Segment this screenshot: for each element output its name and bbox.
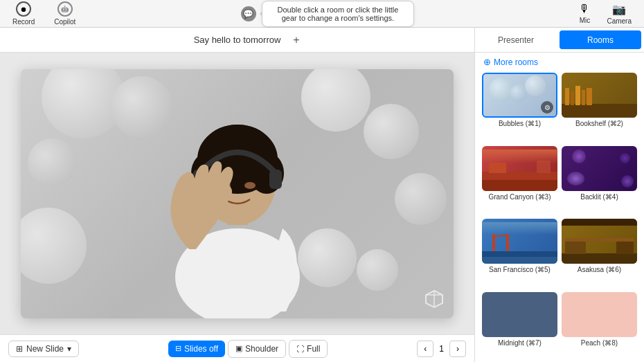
rooms-tab[interactable]: Rooms bbox=[560, 30, 641, 49]
bottom-center: ⊟ Slides off ▣ Shoulder ⛶ Full bbox=[168, 340, 328, 358]
new-slide-button[interactable]: ⊞ New Slide ▾ bbox=[8, 341, 79, 357]
grand-canyon-detail bbox=[482, 146, 557, 191]
toolbar-center: 💬 Double click a room or click the littl… bbox=[91, 1, 564, 27]
san-francisco-label: San Francisco (⌘5) bbox=[482, 266, 557, 276]
title-bar: Say hello to tomorrow + bbox=[0, 28, 474, 53]
slides-off-label: Slides off bbox=[184, 344, 218, 354]
grand-canyon-label: Grand Canyon (⌘3) bbox=[482, 193, 557, 203]
3d-box-icon bbox=[424, 289, 444, 309]
room-item-san-francisco[interactable]: San Francisco (⌘5) bbox=[481, 217, 559, 289]
record-button[interactable]: ⏺ Record bbox=[8, 0, 39, 27]
tooltip-chat-icon: 💬 bbox=[241, 6, 256, 21]
tooltip-wrapper: 💬 Double click a room or click the littl… bbox=[241, 1, 414, 27]
shoulder-label: Shoulder bbox=[245, 344, 278, 354]
svg-rect-10 bbox=[269, 170, 282, 189]
add-slide-button[interactable]: + bbox=[288, 32, 305, 48]
bubble-7 bbox=[395, 173, 447, 225]
gear-icon-bubbles[interactable]: ⚙ bbox=[541, 101, 553, 114]
peach-detail bbox=[562, 292, 637, 337]
room-thumb-bubbles[interactable]: ⚙ bbox=[482, 73, 557, 118]
svg-point-8 bbox=[244, 182, 256, 189]
main-area: Say hello to tomorrow + bbox=[0, 28, 644, 362]
page-number: 1 bbox=[439, 344, 444, 354]
room-item-peach[interactable]: Peach (⌘8) bbox=[560, 291, 638, 363]
bottom-left: ⊞ New Slide ▾ bbox=[8, 341, 79, 357]
more-rooms-button[interactable]: ⊕ More rooms bbox=[475, 53, 644, 71]
peach-label: Peach (⌘8) bbox=[562, 339, 637, 350]
room-thumb-backlit[interactable] bbox=[562, 146, 637, 191]
copilot-icon: 🤖 bbox=[57, 1, 73, 17]
mic-icon: 🎙 bbox=[579, 3, 590, 15]
room-thumb-peach[interactable] bbox=[562, 292, 637, 337]
midnight-label: Midnight (⌘7) bbox=[482, 339, 557, 350]
copilot-label: Copilot bbox=[54, 18, 75, 26]
room-item-midnight[interactable]: Midnight (⌘7) bbox=[481, 291, 559, 363]
more-rooms-label: More rooms bbox=[494, 57, 538, 67]
room-item-bubbles[interactable]: ⚙ Bubbles (⌘1) bbox=[481, 71, 559, 143]
room-thumb-grand-canyon[interactable] bbox=[482, 146, 557, 191]
top-toolbar: ⏺ Record 🤖 Copilot 💬 Double click a room… bbox=[0, 0, 644, 28]
bubbles-label: Bubbles (⌘1) bbox=[482, 120, 557, 130]
room-thumb-asakusa[interactable] bbox=[562, 219, 637, 264]
bubble-3 bbox=[28, 138, 76, 187]
plus-circle-icon: ⊕ bbox=[483, 57, 491, 67]
new-slide-icon: ⊞ bbox=[16, 344, 23, 354]
shoulder-icon: ▣ bbox=[235, 344, 242, 353]
room-thumb-midnight[interactable] bbox=[482, 292, 557, 337]
next-page-button[interactable]: › bbox=[449, 341, 466, 357]
bottom-toolbar: ⊞ New Slide ▾ ⊟ Slides off ▣ Shoulder ⛶ … bbox=[0, 334, 474, 362]
mic-label: Mic bbox=[580, 17, 591, 24]
slide-canvas bbox=[0, 53, 474, 334]
record-label: Record bbox=[12, 18, 35, 26]
person-svg bbox=[134, 83, 341, 318]
san-francisco-detail bbox=[482, 219, 557, 264]
shoulder-button[interactable]: ▣ Shoulder bbox=[228, 340, 286, 358]
camera-button[interactable]: 📷 Camera bbox=[602, 1, 636, 26]
room-item-grand-canyon[interactable]: Grand Canyon (⌘3) bbox=[481, 145, 559, 217]
tooltip-bubble: Double click a room or click the little … bbox=[262, 1, 414, 27]
right-panel: Presenter Rooms ⊕ More rooms ⚙ Bubbles bbox=[474, 28, 644, 362]
bubble-8 bbox=[357, 249, 398, 291]
camera-icon: 📷 bbox=[612, 3, 626, 16]
new-slide-label: New Slide bbox=[26, 344, 64, 354]
presenter-tab[interactable]: Presenter bbox=[475, 28, 557, 52]
presentation-title: Say hello to tomorrow bbox=[194, 35, 281, 45]
new-slide-chevron: ▾ bbox=[67, 344, 71, 354]
backlit-label: Backlit (⌘4) bbox=[562, 193, 637, 203]
toolbar-right: 🎙 Mic 📷 Camera bbox=[575, 1, 636, 26]
full-label: Full bbox=[307, 344, 320, 354]
slide-frame bbox=[21, 69, 454, 318]
presentation-area: Say hello to tomorrow + bbox=[0, 28, 474, 362]
asakusa-label: Asakusa (⌘6) bbox=[562, 266, 637, 276]
bubble-4 bbox=[21, 208, 87, 284]
panel-tabs: Presenter Rooms bbox=[475, 28, 644, 53]
slides-off-icon: ⊟ bbox=[175, 344, 181, 353]
room-thumb-bookshelf[interactable] bbox=[562, 73, 637, 118]
asakusa-detail bbox=[562, 219, 637, 264]
mic-button[interactable]: 🎙 Mic bbox=[575, 1, 594, 26]
bookshelf-detail bbox=[562, 73, 637, 118]
room-item-backlit[interactable]: Backlit (⌘4) bbox=[560, 145, 638, 217]
prev-page-button[interactable]: ‹ bbox=[417, 341, 433, 357]
full-icon: ⛶ bbox=[296, 345, 304, 353]
slides-off-button[interactable]: ⊟ Slides off bbox=[168, 341, 225, 357]
room-item-bookshelf[interactable]: Bookshelf (⌘2) bbox=[560, 71, 638, 143]
slide-background bbox=[21, 69, 454, 318]
full-button[interactable]: ⛶ Full bbox=[289, 340, 328, 358]
record-icon: ⏺ bbox=[16, 1, 31, 17]
backlit-detail bbox=[562, 146, 637, 191]
room-item-asakusa[interactable]: Asakusa (⌘6) bbox=[560, 217, 638, 289]
bubble-5 bbox=[364, 104, 419, 159]
copilot-button[interactable]: 🤖 Copilot bbox=[50, 0, 80, 27]
midnight-detail bbox=[482, 292, 557, 337]
bookshelf-label: Bookshelf (⌘2) bbox=[562, 120, 637, 130]
room-thumb-san-francisco[interactable] bbox=[482, 219, 557, 264]
rooms-grid: ⚙ Bubbles (⌘1) Bookshelf (⌘2) bbox=[475, 71, 644, 362]
bottom-right: ‹ 1 › bbox=[417, 341, 466, 357]
camera-label: Camera bbox=[607, 17, 632, 25]
